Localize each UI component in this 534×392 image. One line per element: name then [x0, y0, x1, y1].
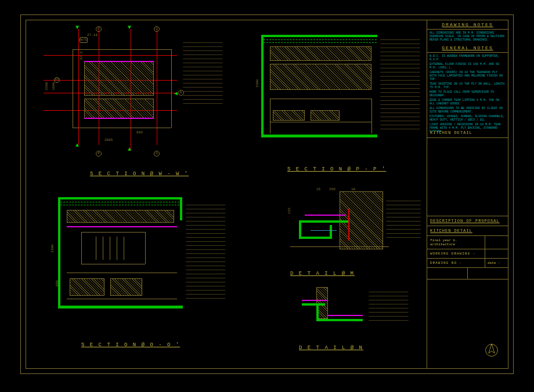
dim-label: 800 [55, 280, 59, 286]
drawing-inner-border: ▼ ▼ ▲ ▲ ◀ P O D2 E P O W/S 2500 1600 67.… [26, 20, 508, 369]
value-description: KITCHEN DETAIL [427, 226, 508, 236]
title-detail-n: D E T A I L @ N [299, 345, 363, 351]
leader-notes [369, 290, 415, 322]
north-arrow-icon [484, 343, 499, 358]
field-working-drawing: WORKING DRAWING - [427, 249, 485, 258]
drawing-notes-text: ALL DIMENSIONS ARE IN M.M. DIMENSIONS OV… [427, 30, 508, 43]
title-block: DRAWING NOTES ALL DIMENSIONS ARE IN M.M.… [427, 20, 508, 368]
field-drawing-no: DRAWING NO - [427, 259, 485, 267]
leader-notes [186, 203, 250, 300]
general-notes-text: W.B.C. IS WOODEN FRAMEWORK ON SUPPORTER,… [427, 53, 508, 128]
title-detail-m: D E T A I L @ M [290, 271, 355, 277]
leader-notes [183, 41, 247, 106]
grid-bubble: O [154, 26, 160, 32]
title-section-ww: S E C T I O N @ W - W ' [90, 171, 189, 177]
dim-label: 1600 [52, 82, 56, 90]
heading-drawing-notes: DRAWING NOTES [427, 20, 508, 30]
grid-bubble: O [154, 151, 160, 157]
title-section-pp: S E C T I O N @ P - P ' [287, 166, 386, 172]
view-section-pp: 3300 [255, 29, 424, 171]
tag-ws: W/S [80, 37, 88, 43]
dim-label: 18 [351, 187, 355, 191]
heading-general-notes: GENERAL NOTES [427, 43, 508, 53]
title-section-oo: S E C T I O N @ O - O ' [81, 342, 180, 348]
view-section-oo: 3300 800 [49, 191, 235, 342]
leader-notes [386, 199, 421, 239]
grid-bubble: P [96, 151, 102, 157]
dim-label: 3300 [50, 244, 55, 252]
dim-label: 250 [329, 187, 335, 191]
dim-label: 115 [287, 208, 291, 214]
view-detail-m: 15 250 18 115 [276, 188, 421, 278]
svg-point-0 [486, 344, 498, 357]
label-description-of-proposal: DESCRIPTION OF PROPOSAL [427, 216, 508, 226]
dim-label: 2500 [45, 82, 49, 90]
field-year: final year b. architecture [427, 236, 485, 249]
dim-label: 67.5 [80, 51, 84, 59]
dim-label: 15 [316, 187, 320, 191]
view-detail-n [284, 287, 418, 351]
dim-label: 27.18 [87, 33, 98, 37]
view-section-ww: ▼ ▼ ▲ ▲ ◀ P O D2 E P O W/S 2500 1600 67.… [44, 29, 223, 168]
field-date: date - [485, 259, 508, 267]
dim-label: 3300 [255, 79, 259, 87]
drawing-sheet-border: ▼ ▼ ▲ ▲ ◀ P O D2 E P O W/S 2500 1600 67.… [20, 14, 514, 374]
dim-label: 600 [136, 130, 143, 135]
grid-bubble: P [96, 26, 102, 32]
dim-label: 2865 [104, 138, 113, 142]
